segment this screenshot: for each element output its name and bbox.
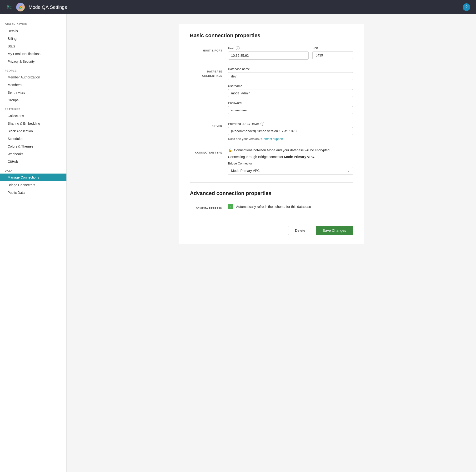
sidebar-item-details[interactable]: Details [0,27,67,35]
schema-refresh-row: SCHEMA REFRESH ✓ Automatically refresh t… [190,204,353,210]
schema-refresh-fields: ✓ Automatically refresh the schema for t… [228,204,353,209]
jdbc-driver-select[interactable]: (Recommended) Simba version 1.2.49.1073 [228,127,353,135]
connector-name: Mode Primary VPC [284,155,314,159]
m-icon: M: [7,4,12,10]
schema-refresh-text: Automatically refresh the schema for thi… [236,205,311,209]
password-input[interactable] [228,106,353,114]
db-credentials-row: DATABASE CREDENTIALS Database name Usern… [190,67,353,114]
help-button[interactable]: ? [463,3,470,11]
db-name-label: Database name [228,67,250,71]
sidebar-item-groups[interactable]: Groups [0,96,67,104]
actions-row: Delete Save Changes [190,220,353,235]
main-content: Basic connection properties HOST & PORT … [67,14,476,472]
bridge-connector-select[interactable]: Mode Primary VPC [228,167,353,175]
host-port-fields: Host i Port [228,46,353,60]
username-label: Username [228,84,242,88]
driver-help-text: Don't see your version? [228,137,260,141]
sidebar-item-stats[interactable]: Stats [0,42,67,50]
mode-logo: M: [6,3,13,11]
content-card: Basic connection properties HOST & PORT … [179,24,364,244]
sidebar-item-colors-themes[interactable]: Colors & Themes [0,143,67,150]
sidebar-item-collections[interactable]: Collections [0,112,67,120]
schema-refresh-label: SCHEMA REFRESH [196,207,222,210]
sidebar-item-manage-connections[interactable]: Manage Connections [0,174,67,181]
schema-refresh-checkbox[interactable]: ✓ [228,204,233,209]
delete-button[interactable]: Delete [288,226,312,235]
jdbc-driver-label: Preferred JDBC Driver [228,122,259,126]
driver-label: DRIVER [212,125,222,127]
host-input[interactable] [228,52,309,60]
sidebar-section-people: PEOPLE [0,65,67,73]
db-name-input[interactable] [228,72,353,80]
sidebar-item-webhooks[interactable]: Webhooks [0,150,67,158]
connection-type-text: Connections between Mode and your databa… [234,148,330,152]
sidebar-item-billing[interactable]: Billing [0,35,67,42]
connector-text: Connecting through Bridge connector Mode… [228,155,353,159]
sidebar-item-privacy-security[interactable]: Privacy & Security [0,58,67,65]
db-credentials-fields: Database name Username Password [228,67,353,114]
contact-support-link[interactable]: Contact support [261,137,283,141]
sidebar-item-slack-application[interactable]: Slack Application [0,127,67,135]
bridge-connector-label: Bridge Connector [228,162,353,165]
connection-type-fields: 🔒 Connections between Mode and your data… [228,148,353,175]
host-port-row: HOST & PORT Host i Port [190,46,353,60]
sidebar-section-organization: ORGANIZATION [0,19,67,27]
sidebar-item-schedules[interactable]: Schedules [0,135,67,143]
avatar: 🌈 [16,3,25,11]
schema-toggle-row: ✓ Automatically refresh the schema for t… [228,204,353,209]
sidebar-item-members[interactable]: Members [0,81,67,89]
driver-fields: Preferred JDBC Driver i (Recommended) Si… [228,122,353,141]
connection-type-row: CONNECTION TYPE 🔒 Connections between Mo… [190,148,353,175]
sidebar-item-public-data[interactable]: Public Data [0,189,67,197]
port-label: Port [312,46,318,50]
sidebar-item-email-notifications[interactable]: My Email Notifications [0,50,67,58]
db-credentials-label: DATABASE CREDENTIALS [202,70,222,77]
host-label: Host [228,46,235,50]
bridge-connector-select-wrap: Mode Primary VPC [228,167,353,175]
advanced-section-title: Advanced connection properties [190,190,353,197]
support-link-row: Don't see your version? Contact support [228,137,353,141]
jdbc-driver-select-wrap: (Recommended) Simba version 1.2.49.1073 [228,127,353,135]
page-title: Mode QA Settings [29,4,463,10]
password-label: Password [228,101,242,105]
basic-section-title: Basic connection properties [190,32,353,39]
jdbc-info-icon[interactable]: i [260,122,264,126]
host-port-label: HOST & PORT [203,49,222,52]
layout: ORGANIZATION Details Billing Stats My Em… [0,14,476,472]
save-button[interactable]: Save Changes [316,226,353,235]
sidebar-section-features: FEATURES [0,104,67,112]
sidebar-item-bridge-connectors[interactable]: Bridge Connectors [0,181,67,189]
port-input[interactable] [312,51,353,59]
driver-row: DRIVER Preferred JDBC Driver i (Recommen… [190,122,353,141]
username-input[interactable] [228,89,353,97]
app-header: M: 🌈 Mode QA Settings ? [0,0,476,14]
sidebar-item-github[interactable]: GitHub [0,158,67,165]
sidebar-item-member-authorization[interactable]: Member Authorization [0,73,67,81]
port-field-wrap: Port [312,46,353,60]
sidebar-section-data: DATA [0,165,67,174]
host-info-icon[interactable]: i [236,46,239,50]
lock-icon: 🔒 [228,148,232,152]
sidebar-item-sent-invites[interactable]: Sent Invites [0,89,67,96]
sidebar-item-sharing-embedding[interactable]: Sharing & Embedding [0,120,67,127]
host-field-wrap: Host i [228,46,309,60]
sidebar: ORGANIZATION Details Billing Stats My Em… [0,14,67,472]
connection-type-label: CONNECTION TYPE [195,151,222,154]
